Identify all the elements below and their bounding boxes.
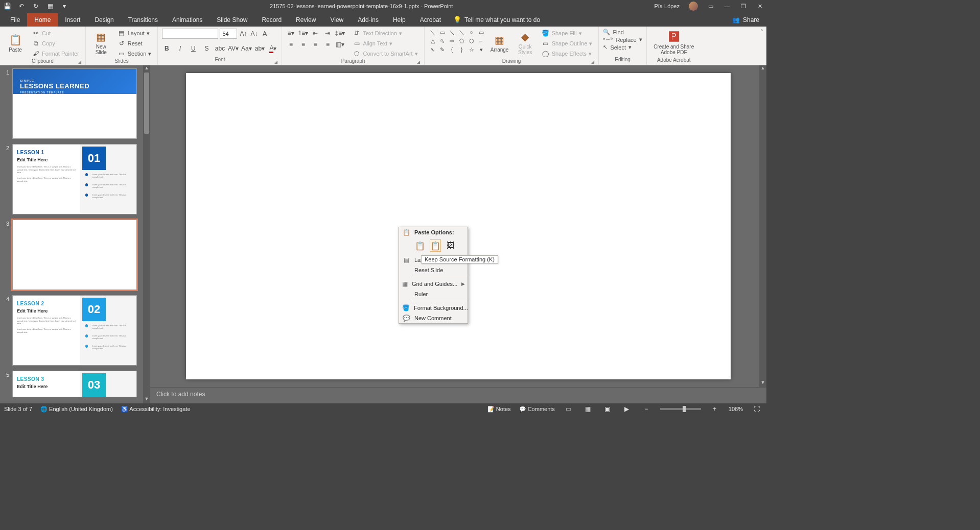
paste-picture[interactable]: 🖼: [445, 239, 456, 252]
start-from-beginning-icon[interactable]: ▦: [46, 2, 54, 10]
align-text-button[interactable]: ▭Align Text ▾: [351, 39, 419, 48]
create-pdf-button[interactable]: 🅿 Create and Share Adobe PDF: [651, 29, 697, 57]
increase-indent-button[interactable]: ⇥: [323, 29, 332, 38]
increase-font-icon[interactable]: A↑: [239, 29, 248, 38]
user-avatar[interactable]: [689, 2, 698, 11]
text-direction-button[interactable]: ⇵Text Direction ▾: [351, 29, 419, 38]
align-center-button[interactable]: ≡: [298, 40, 308, 49]
shape-free-icon[interactable]: ✎: [438, 46, 447, 53]
shape-rect2-icon[interactable]: ▭: [477, 29, 485, 36]
tab-animations[interactable]: Animations: [165, 13, 209, 27]
ctx-ruler[interactable]: Ruler: [399, 289, 468, 299]
shape-hex-icon[interactable]: ⬡: [468, 37, 476, 44]
language-status[interactable]: 🌐 English (United Kingdom): [40, 406, 113, 413]
clear-formatting-icon[interactable]: A̶: [260, 29, 269, 38]
shape-effects-button[interactable]: ◯Shape Effects ▾: [540, 49, 595, 58]
tab-home[interactable]: Home: [27, 13, 58, 27]
scrollbar-thumb[interactable]: [144, 73, 149, 134]
highlight-button[interactable]: ab▾: [255, 44, 264, 53]
shape-conn-icon[interactable]: ⌐: [477, 37, 485, 44]
maximize-icon[interactable]: ❐: [740, 3, 747, 10]
italic-button[interactable]: I: [175, 44, 184, 53]
convert-smartart-button[interactable]: ⬡Convert to SmartArt ▾: [351, 49, 419, 58]
tab-record[interactable]: Record: [254, 13, 289, 27]
zoom-in-button[interactable]: +: [709, 404, 720, 414]
new-slide-button[interactable]: ▦ New Slide: [90, 29, 112, 57]
font-dialog-launcher[interactable]: ◢: [273, 60, 278, 65]
thumb-slide-1[interactable]: SIMPLE LESSONS LEARNED PRESENTATION TEMP…: [12, 68, 137, 139]
scroll-down-icon[interactable]: ▼: [759, 380, 766, 387]
shape-line2-icon[interactable]: ＼: [448, 29, 456, 36]
cut-button[interactable]: ✂Cut: [30, 29, 81, 38]
shape-rect-icon[interactable]: ▭: [438, 29, 447, 36]
clipboard-dialog-launcher[interactable]: ◢: [77, 60, 82, 65]
notes-toggle[interactable]: 📝 Notes: [487, 406, 511, 413]
ctx-reset-slide[interactable]: Reset Slide: [399, 265, 468, 275]
zoom-out-button[interactable]: −: [641, 404, 652, 414]
underline-button[interactable]: U: [189, 44, 198, 53]
tab-acrobat[interactable]: Acrobat: [413, 13, 448, 27]
zoom-handle[interactable]: [683, 406, 686, 412]
shapes-gallery[interactable]: ＼▭＼＼○▭ △⬁⇨⬠⬡⌐ ∿✎{}☆▾: [429, 29, 485, 53]
arrange-button[interactable]: ▦Arrange: [488, 29, 511, 57]
tab-slideshow[interactable]: Slide Show: [209, 13, 254, 27]
slide-canvas[interactable]: [186, 73, 731, 379]
collapse-ribbon-icon[interactable]: ˄: [760, 27, 766, 65]
tab-addins[interactable]: Add-ins: [351, 13, 386, 27]
thumb-slide-5[interactable]: LESSON 3 Edit Title Here 03: [12, 371, 137, 397]
decrease-indent-button[interactable]: ⇤: [311, 29, 320, 38]
user-name[interactable]: Pía López: [654, 3, 680, 9]
slide-scrollbar[interactable]: ▲ ▼: [759, 65, 766, 387]
bold-button[interactable]: B: [162, 44, 171, 53]
ctx-grid-guides[interactable]: ▦ Grid and Guides... ▶: [399, 279, 468, 289]
thumb-5[interactable]: 5 LESSON 3 Edit Title Here 03: [3, 371, 147, 397]
undo-icon[interactable]: ↶: [17, 2, 26, 10]
tab-insert[interactable]: Insert: [58, 13, 87, 27]
paste-use-destination-theme[interactable]: 📋: [414, 239, 426, 252]
character-spacing-button[interactable]: AV▾: [228, 44, 238, 53]
numbering-button[interactable]: 1≡▾: [298, 29, 308, 38]
thumb-4[interactable]: 4 LESSON 2 Edit Title Here Insert your d…: [3, 295, 147, 366]
slide-thumbnail-pane[interactable]: 1 SIMPLE LESSONS LEARNED PRESENTATION TE…: [0, 65, 150, 403]
tab-view[interactable]: View: [323, 13, 351, 27]
accessibility-status[interactable]: ♿ Accessibility: Investigate: [121, 406, 191, 413]
ctx-format-background[interactable]: 🪣 Format Background...: [399, 303, 468, 313]
shape-fill-button[interactable]: 🪣Shape Fill ▾: [540, 29, 595, 38]
shape-star-icon[interactable]: ☆: [468, 46, 476, 53]
slideshow-view-button[interactable]: ▶: [621, 404, 633, 414]
columns-button[interactable]: ▥▾: [335, 40, 344, 49]
shape-arrow-icon[interactable]: ⬁: [438, 37, 447, 44]
notes-pane[interactable]: Click to add notes: [150, 387, 766, 403]
thumb-slide-3[interactable]: [12, 220, 137, 290]
tab-help[interactable]: Help: [386, 13, 413, 27]
shadow-button[interactable]: S: [202, 44, 211, 53]
thumbnail-scrollbar[interactable]: ▲ ▼: [143, 65, 150, 403]
save-icon[interactable]: 💾: [3, 2, 11, 10]
font-color-button[interactable]: A▾: [268, 44, 277, 53]
decrease-font-icon[interactable]: A↓: [249, 29, 259, 38]
comments-toggle[interactable]: 💬 Comments: [519, 406, 555, 413]
strikethrough-button[interactable]: abc: [215, 44, 224, 53]
section-button[interactable]: ▭Section ▾: [115, 49, 154, 58]
slide-counter[interactable]: Slide 3 of 7: [4, 406, 32, 412]
fit-to-window-button[interactable]: ⛶: [751, 404, 762, 414]
format-painter-button[interactable]: 🖌Format Painter: [30, 49, 81, 58]
font-name-input[interactable]: [162, 29, 218, 39]
shape-outline-button[interactable]: ▭Shape Outline ▾: [540, 39, 595, 48]
slide-sorter-view-button[interactable]: ▦: [582, 404, 594, 414]
tell-me-search[interactable]: 💡 Tell me what you want to do: [448, 13, 545, 27]
justify-button[interactable]: ≡: [323, 40, 332, 49]
redo-icon[interactable]: ↻: [32, 2, 40, 10]
paste-button[interactable]: 📋 Paste: [4, 29, 27, 57]
replace-button[interactable]: ᵃ↔ᵇReplace ▾: [603, 36, 642, 43]
thumb-slide-2[interactable]: LESSON 1 Edit Title Here Insert your des…: [12, 144, 137, 214]
scroll-up-icon[interactable]: ▲: [143, 65, 150, 73]
paste-keep-source-formatting[interactable]: 📋: [430, 239, 441, 252]
align-left-button[interactable]: ≡: [286, 40, 295, 49]
scroll-up-icon[interactable]: ▲: [759, 65, 766, 73]
paragraph-dialog-launcher[interactable]: ◢: [416, 60, 421, 65]
find-button[interactable]: 🔍Find: [603, 29, 642, 35]
select-button[interactable]: ↖Select ▾: [603, 44, 642, 51]
bullets-button[interactable]: ≡▾: [286, 29, 295, 38]
layout-button[interactable]: ▤Layout ▾: [115, 29, 154, 38]
